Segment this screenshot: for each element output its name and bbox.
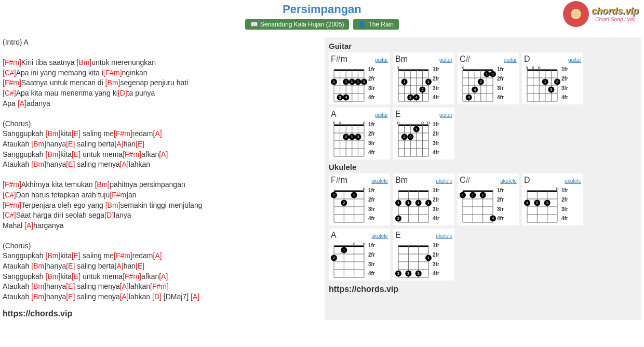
chord-marker[interactable]: [E] <box>66 282 75 290</box>
chord-instrument-link[interactable]: ukulele <box>565 178 581 184</box>
site-logo[interactable]: chords.vip Chord Song Lyric <box>563 1 639 27</box>
lyric-line: [F#m]Terpenjara oleh ego yang [Bm]semaki… <box>3 201 319 211</box>
chord-marker[interactable]: [Bm] <box>105 201 120 209</box>
chord-marker[interactable]: [E] <box>66 160 75 168</box>
lyric-line: [F#m]Akhirnya kita temukan [Bm]pahitnya … <box>3 180 319 190</box>
chord-diagram: C#ukulele11141fr2fr3fr4fr <box>458 174 519 225</box>
chord-marker[interactable]: [Bm] <box>31 292 46 301</box>
chord-marker[interactable]: [A] <box>120 282 129 290</box>
diagrams-footer-link[interactable]: https://chords.vip <box>329 285 637 294</box>
chord-instrument-link[interactable]: guitar <box>375 112 388 118</box>
svg-text:2: 2 <box>333 256 336 260</box>
chord-marker[interactable]: [Bm] <box>46 251 61 260</box>
album-badge[interactable]: 📖Senandung Kala Hujan (2005) <box>245 19 349 30</box>
chord-marker[interactable]: [A] <box>153 251 162 260</box>
chord-marker[interactable]: [D] <box>152 292 162 301</box>
chord-marker[interactable]: [F#m] <box>123 272 141 281</box>
chord-instrument-link[interactable]: guitar <box>504 57 517 63</box>
chord-marker[interactable]: [E] <box>66 262 75 270</box>
lyrics-footer-link[interactable]: https://chords.vip <box>3 308 319 319</box>
chord-marker[interactable]: [C#] <box>3 89 16 97</box>
chord-marker[interactable]: [F#m] <box>3 78 21 87</box>
chord-marker[interactable]: [A] <box>115 140 124 148</box>
chord-marker[interactable]: [Bm] <box>31 140 46 148</box>
chord-marker[interactable]: [F#m] <box>150 282 169 290</box>
chord-marker[interactable]: [A] <box>115 262 124 270</box>
chord-marker[interactable]: [F#m] <box>3 180 21 189</box>
lyric-line: Sanggupkah [Bm]kita[E] untuk mema[F#m]af… <box>3 272 319 282</box>
chord-marker[interactable]: [A] <box>18 99 26 108</box>
chord-marker[interactable]: [E] <box>136 262 144 270</box>
chord-marker[interactable]: [Bm] <box>105 78 120 87</box>
chord-instrument-link[interactable]: ukulele <box>371 233 388 239</box>
chord-instrument-link[interactable]: guitar <box>568 57 581 63</box>
lyric-line: Apa [A]adanya <box>3 99 319 109</box>
fret-labels: 1fr2fr3fr4fr <box>497 186 504 223</box>
chord-marker[interactable]: [Bm] <box>31 160 46 168</box>
chord-marker[interactable]: [A] <box>159 150 168 158</box>
chord-marker[interactable]: [D] <box>104 211 114 219</box>
chord-marker[interactable]: [Bm] <box>31 262 46 270</box>
svg-text:1: 1 <box>403 79 406 84</box>
chord-instrument-link[interactable]: ukulele <box>436 233 452 239</box>
chord-marker[interactable]: [Bm] <box>31 282 46 290</box>
chord-instrument-link[interactable]: ukulele <box>436 178 452 184</box>
chord-instrument-link[interactable]: guitar <box>375 57 388 63</box>
chord-marker[interactable]: [C#] <box>3 69 16 77</box>
lyric-line: Ataukah [Bm]hanya[E] saling berta[A]han[… <box>3 261 319 272</box>
chord-marker[interactable]: [E] <box>66 292 75 301</box>
svg-text:o: o <box>421 120 424 125</box>
chord-marker[interactable]: [F#m] <box>110 191 128 199</box>
chord-marker[interactable]: [Bm] <box>46 150 61 158</box>
chord-marker[interactable]: [Bm] <box>95 180 110 189</box>
chord-marker[interactable]: [Bm] <box>46 129 61 138</box>
svg-text:1: 1 <box>427 201 430 205</box>
svg-text:3: 3 <box>409 135 412 139</box>
chord-instrument-link[interactable]: guitar <box>439 112 452 118</box>
svg-text:3: 3 <box>397 271 400 276</box>
chord-row: F#mguitar11111341fr2fr3fr4frBmguitarx112… <box>329 52 637 159</box>
chord-marker[interactable]: [Bm] <box>46 272 61 281</box>
chord-marker[interactable]: [C#] <box>3 211 16 219</box>
chord-marker[interactable]: [A] <box>159 272 168 281</box>
chord-marker[interactable]: [A] <box>191 292 199 301</box>
chord-marker[interactable]: [F#m] <box>114 251 132 260</box>
chord-marker[interactable]: [A] <box>153 129 162 138</box>
chord-marker[interactable]: [F#m] <box>123 150 141 158</box>
chord-marker[interactable]: [A] <box>24 221 33 230</box>
chord-marker[interactable]: [F#m] <box>3 201 21 209</box>
chord-marker[interactable]: [E] <box>72 251 81 260</box>
chord-marker[interactable]: [F#m] <box>114 129 132 138</box>
svg-text:1: 1 <box>526 201 529 205</box>
chord-instrument-link[interactable]: guitar <box>439 57 452 63</box>
person-icon: 👤 <box>358 21 366 28</box>
svg-text:2: 2 <box>421 87 424 92</box>
logo-sub-text: Chord Song Lyric <box>592 17 639 22</box>
chord-marker[interactable]: [E] <box>72 150 81 158</box>
svg-text:1: 1 <box>427 256 430 260</box>
artist-badge[interactable]: 👤The Rain <box>353 19 399 30</box>
chord-marker[interactable]: [E] <box>72 129 81 138</box>
svg-text:1: 1 <box>351 79 354 84</box>
fret-labels: 1fr2fr3fr4fr <box>561 186 568 223</box>
svg-text:1: 1 <box>333 79 336 84</box>
chord-name: E <box>395 110 401 119</box>
svg-text:1: 1 <box>333 193 336 197</box>
content: (Intro) A [F#m]Kini tiba saatnya [Bm]unt… <box>0 35 644 323</box>
chord-marker[interactable]: [C#] <box>3 191 16 199</box>
chord-marker[interactable]: [F#m] <box>3 58 21 66</box>
chord-instrument-link[interactable]: ukulele <box>500 178 517 184</box>
chord-marker[interactable]: [A] <box>120 292 129 301</box>
chord-marker[interactable]: [F#m] <box>103 69 122 77</box>
chord-marker[interactable]: [E] <box>66 140 75 148</box>
chord-instrument-link[interactable]: ukulele <box>371 178 388 184</box>
chord-marker[interactable]: [A] <box>120 160 129 168</box>
svg-text:o: o <box>339 120 341 125</box>
chord-marker[interactable]: [D] <box>118 89 127 97</box>
svg-text:1: 1 <box>544 79 547 84</box>
fretboard: o123 <box>524 186 560 223</box>
chord-marker[interactable]: [Bm] <box>76 58 91 66</box>
chord-marker[interactable]: [E] <box>72 272 81 281</box>
chord-marker[interactable]: [E] <box>136 140 144 148</box>
lyric-line: Sanggupkah [Bm]kita[E] saling me[F#m]red… <box>3 129 319 139</box>
